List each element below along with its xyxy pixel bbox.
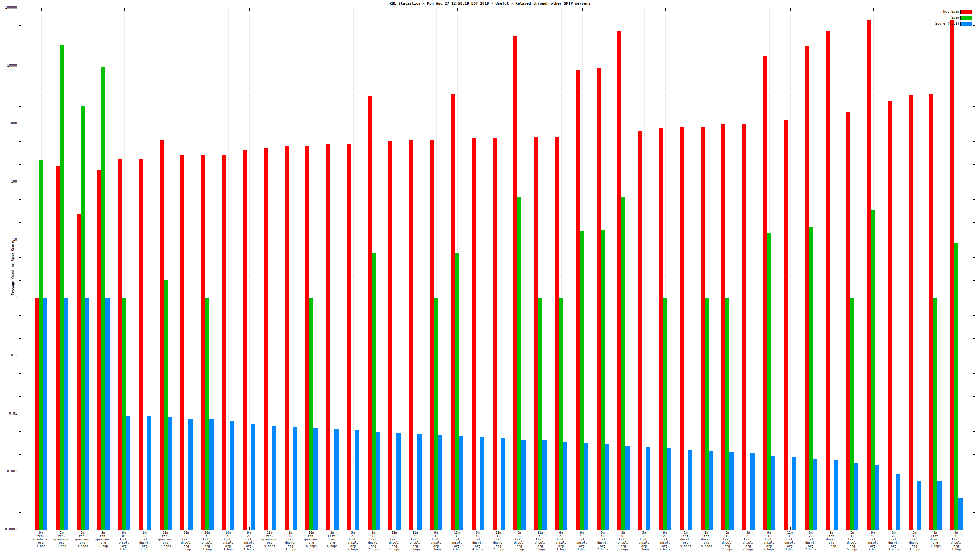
legend-item: Not Spam <box>921 10 974 14</box>
y-tick-mark <box>19 182 22 183</box>
x-tick-mark <box>749 8 749 11</box>
x-tick-mark <box>332 527 333 530</box>
x-group-label-line: Y. <box>529 534 552 538</box>
x-tick-mark <box>541 8 541 11</box>
x-group-label-line: dnswl. <box>342 541 364 545</box>
bar-not-spam <box>784 121 788 530</box>
y-tick-mark <box>19 240 22 240</box>
x-tick-mark <box>790 527 791 530</box>
x-group-label-line: 2@ <box>321 531 344 534</box>
x-tick-mark <box>416 8 416 11</box>
x-group-label: 11@Y.list.dnswl.org3 hops <box>529 531 552 551</box>
x-group-label-line: 2. <box>342 534 364 538</box>
bar-spam <box>101 67 105 530</box>
x-group-label-line: zen. <box>71 534 94 538</box>
x-group-label-line: 3@ <box>279 531 302 534</box>
x-group-label: 5@Y.list.dnswl.org5 hops <box>841 531 864 551</box>
x-tick-mark <box>166 8 167 11</box>
x-group-label-line: list. <box>799 538 822 541</box>
x-group-label: 9@2.list.dnswl.org1 hop <box>508 531 531 551</box>
x-gridline <box>249 8 250 530</box>
x-group-label-line: list. <box>883 538 905 541</box>
x-group-label: 5@1.list.dnswl.org5 hops <box>633 531 655 551</box>
bar-score <box>168 417 172 530</box>
x-group-label-line: org <box>383 545 406 548</box>
x-group-label-line: 1 hop <box>571 548 593 551</box>
x-gridline <box>395 8 395 530</box>
x-group-label-line: dnswl. <box>654 541 676 545</box>
bar-score <box>875 465 880 530</box>
x-group-label-line: Y. <box>716 534 739 538</box>
x-group-label-line: org <box>529 545 552 548</box>
x-group-label-line: Y. <box>487 534 510 538</box>
bar-not-spam <box>597 68 600 530</box>
x-group-label-line: list. <box>675 534 697 538</box>
x-group-label-line: dnswl. <box>924 538 947 541</box>
x-group-label-line: 4@ <box>737 531 760 534</box>
x-group-label-line: list. <box>238 538 260 541</box>
x-group-label-line: 3 hops <box>71 545 94 548</box>
x-group-label-line: 1. <box>134 534 156 538</box>
x-group-label-line: dnswl. <box>758 541 780 545</box>
x-gridline <box>228 8 229 530</box>
x-tick-mark <box>41 8 41 11</box>
y-tick-label: 0.0001 <box>0 527 17 531</box>
bar-not-spam <box>701 127 705 530</box>
y-tick-label: 1000 <box>0 121 17 125</box>
x-group-label-line: 3@ <box>820 531 843 534</box>
x-group-label-line: org <box>945 545 968 548</box>
x-group-label: 9@3.list.dnswl.org2 hops <box>758 531 780 551</box>
bar-score <box>771 456 775 530</box>
x-group-label-line: 5 hops <box>675 545 697 548</box>
bar-not-spam <box>222 155 226 530</box>
x-group-label-line: org <box>175 545 198 548</box>
x-group-label-line: 2. <box>799 534 822 538</box>
bar-score <box>417 434 422 530</box>
x-group-label-line: Y. <box>591 534 614 538</box>
x-group-label-line: 1 hop <box>550 548 572 551</box>
x-group-label-line: dnswl. <box>591 541 614 545</box>
x-group-label: 3@1.list.dnswl.org2 hops <box>363 531 385 551</box>
bar-not-spam <box>950 20 955 530</box>
x-group-label-line: list. <box>633 538 655 541</box>
bar-score <box>84 298 89 530</box>
x-group-label-line: 3 hops <box>404 548 427 551</box>
y-tick-mark <box>972 240 975 240</box>
x-group-label-line: 2 hops <box>591 548 614 551</box>
bar-spam <box>808 227 813 530</box>
x-group-label-line: spamhaus. <box>71 538 94 541</box>
y-tick-mark <box>19 530 22 530</box>
x-group-label-line: dnswl. <box>529 541 552 545</box>
x-group-label-line: 9@ <box>591 531 614 534</box>
x-group-label-line: Y. <box>571 534 593 538</box>
x-group-label-line: org <box>238 545 260 548</box>
y-tick-mark <box>19 396 21 397</box>
x-group-label-line: dnswl. <box>279 541 302 545</box>
x-tick-mark <box>457 8 458 11</box>
x-group-label-line: org <box>425 545 447 548</box>
x-group-label: 11@2.list.dnswl.org3 hops <box>404 531 427 551</box>
bar-spam <box>309 298 313 530</box>
x-group-label-line: list. <box>487 538 510 541</box>
y-tick-mark <box>19 431 21 432</box>
x-group-label-line: 2 hops <box>487 548 510 551</box>
plot-area <box>19 8 975 530</box>
x-group-label-line: 2 hops <box>342 548 364 551</box>
x-group-label-line: 13@ <box>446 531 468 534</box>
y-tick-mark <box>972 298 975 298</box>
x-group-label-line: list. <box>196 538 219 541</box>
x-group-label-line: spamhaus. <box>154 538 177 541</box>
x-group-label-line: 3 hops <box>883 548 905 551</box>
bar-not-spam <box>139 159 143 530</box>
x-group-label-line: org <box>404 545 427 548</box>
x-group-label-line: zen. <box>30 534 52 538</box>
y-tick-label: 0.001 <box>0 470 17 473</box>
bar-score <box>709 451 713 530</box>
x-group-label-line: 2. <box>550 534 572 538</box>
bar-not-spam <box>742 124 746 530</box>
y-tick-mark <box>19 164 21 165</box>
x-group-label: 2@list.dnswl.org4 hops <box>321 531 344 548</box>
x-tick-mark <box>124 8 125 11</box>
bar-not-spam <box>201 156 205 530</box>
x-group-label: 20@0.list.dnswl.org1 hop <box>175 531 198 551</box>
